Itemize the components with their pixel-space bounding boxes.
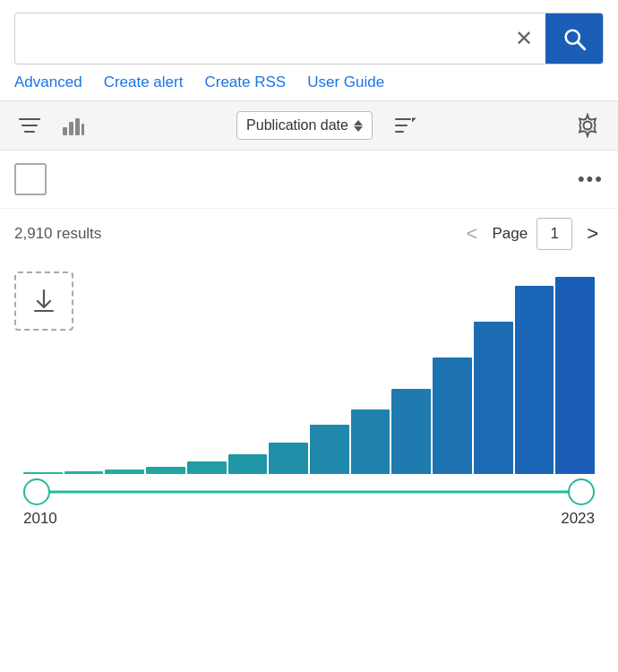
results-count: 2,910 results: [14, 225, 101, 243]
chart-bar: [351, 409, 391, 474]
svg-point-12: [583, 122, 591, 130]
select-all-checkbox[interactable]: [14, 163, 47, 195]
page-number: 1: [550, 225, 558, 243]
download-icon: [30, 287, 58, 315]
chart-bar: [146, 467, 185, 474]
search-icon: [562, 26, 587, 51]
filter-icon: [18, 116, 41, 135]
chart-section: 2010 2023: [0, 263, 618, 546]
svg-rect-7: [75, 118, 80, 135]
settings-button[interactable]: [571, 109, 604, 142]
ellipsis-icon: •••: [578, 168, 604, 191]
chart-bar: [187, 461, 227, 474]
gear-icon: [575, 113, 600, 138]
search-input[interactable]: cisgender: [15, 26, 502, 51]
chart-bars: [14, 277, 604, 474]
next-page-button[interactable]: >: [581, 220, 604, 247]
more-options-button[interactable]: •••: [578, 168, 604, 191]
chart-slider: [14, 474, 604, 510]
toolbar: Publication date: [0, 100, 618, 151]
sort-order-button[interactable]: [385, 111, 425, 140]
page-number-box: 1: [536, 218, 572, 250]
user-guide-link[interactable]: User Guide: [307, 73, 384, 91]
advanced-link[interactable]: Advanced: [14, 73, 82, 91]
sort-arrows-icon: [354, 120, 363, 132]
search-section: cisgender ✕: [0, 0, 618, 65]
chart-bar: [433, 358, 472, 474]
chevron-left-icon: <: [467, 222, 478, 245]
bar-chart-icon: [61, 115, 86, 136]
chart-start-year: 2010: [23, 510, 57, 528]
slider-handle-left[interactable]: [23, 478, 50, 505]
chevron-right-icon: >: [587, 222, 598, 245]
publication-year-chart: 2010 2023: [14, 277, 604, 528]
chart-end-year: 2023: [561, 510, 595, 528]
chart-bar: [391, 389, 431, 474]
prev-page-button[interactable]: <: [461, 220, 484, 247]
sort-dropdown[interactable]: Publication date: [236, 111, 373, 140]
chart-bar: [228, 454, 268, 474]
search-submit-button[interactable]: [545, 13, 603, 64]
svg-rect-6: [69, 122, 73, 135]
chart-view-button[interactable]: [57, 111, 90, 140]
close-icon: ✕: [515, 26, 533, 51]
chart-axis-labels: 2010 2023: [14, 510, 604, 528]
sort-order-icon: [392, 115, 417, 136]
pagination-row: 2,910 results < Page 1 >: [0, 209, 618, 263]
search-bar: cisgender ✕: [14, 13, 604, 65]
chart-bar: [310, 425, 349, 474]
svg-rect-8: [82, 124, 84, 135]
svg-line-1: [578, 42, 585, 49]
download-button[interactable]: [14, 271, 73, 331]
results-actions-row: •••: [0, 151, 618, 209]
search-clear-button[interactable]: ✕: [502, 26, 545, 51]
create-rss-link[interactable]: Create RSS: [204, 73, 286, 91]
page-nav: < Page 1 >: [461, 218, 604, 250]
slider-track: [23, 491, 595, 494]
chart-bar: [555, 277, 595, 474]
filter-button[interactable]: [14, 112, 45, 139]
svg-rect-5: [63, 127, 67, 135]
create-alert-link[interactable]: Create alert: [104, 73, 184, 91]
chart-bar: [474, 322, 513, 474]
sort-label: Publication date: [246, 117, 348, 134]
chart-bar: [269, 443, 308, 474]
slider-handle-right[interactable]: [568, 478, 595, 505]
page-label: Page: [492, 225, 528, 243]
chart-bar: [515, 286, 554, 474]
links-row: Advanced Create alert Create RSS User Gu…: [0, 65, 618, 100]
